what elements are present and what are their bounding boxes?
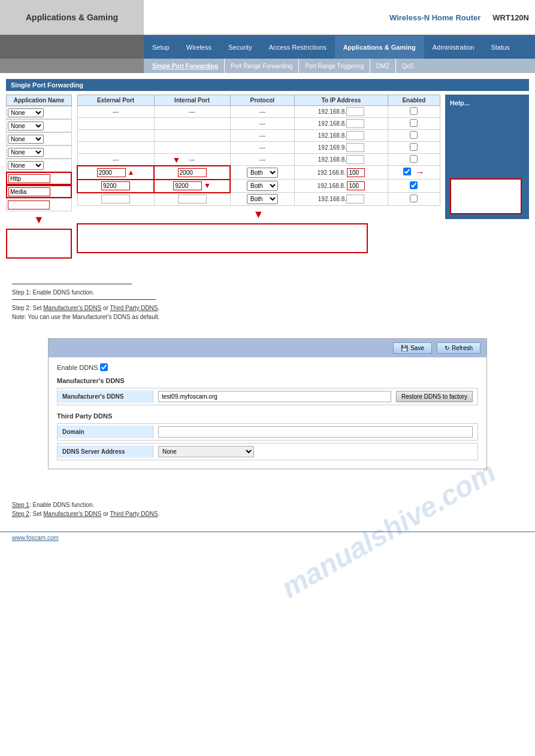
ext-port-media[interactable]: [101, 181, 130, 190]
table-area: Application Name None None None None: [6, 95, 529, 260]
section-title: Single Port Forwarding: [6, 79, 529, 91]
enabled-media[interactable]: [410, 181, 418, 189]
app-select-2[interactable]: None: [8, 135, 44, 144]
help-panel: Help...: [445, 95, 529, 219]
bottom-text-area: Step 1: Enable DDNS function. Step 2: Se…: [0, 481, 535, 526]
subnav-qos[interactable]: QoS: [396, 59, 420, 73]
router-header: Applications & Gaming Wireless-N Home Ro…: [0, 0, 535, 36]
enabled-http[interactable]: [403, 168, 411, 175]
nav-item-appsgaming[interactable]: Applications & Gaming: [335, 36, 424, 59]
table-row: --- --- --- 192.168.8.: [77, 106, 440, 118]
callout-box-table: [77, 223, 368, 253]
model-name: WRT120N: [492, 13, 529, 22]
server-value: None: [153, 444, 477, 460]
int-port-media[interactable]: [173, 181, 202, 190]
nav-item-status[interactable]: Status: [482, 36, 518, 59]
save-button[interactable]: 💾 Save: [393, 342, 432, 354]
table-row: --- --- ▼ --- 192.168.8.: [77, 154, 440, 166]
divider-line-1: [12, 284, 132, 284]
enabled-1[interactable]: [410, 119, 418, 127]
col-protocol: Protocol: [230, 95, 295, 106]
ip-last-8[interactable]: [346, 195, 364, 204]
nav-spacer: [0, 36, 144, 59]
enabled-4[interactable]: [410, 155, 418, 163]
ip-last-2[interactable]: [346, 131, 364, 140]
subnav-dmz[interactable]: DMZ: [370, 59, 396, 73]
ip-last-media[interactable]: [347, 181, 365, 190]
down-arrow-table: ▼: [77, 206, 440, 223]
bottom-line-1: Step 1: Enable DDNS function.: [12, 502, 523, 508]
nav-item-setup[interactable]: Setup: [144, 36, 178, 59]
col-enabled: Enabled: [388, 95, 440, 106]
brand-text: Applications & Gaming: [26, 12, 118, 23]
app-select-4[interactable]: None: [8, 161, 44, 170]
nav-item-admin[interactable]: Administration: [424, 36, 483, 59]
app-input-http[interactable]: [8, 174, 50, 183]
ext-port-8[interactable]: [101, 195, 130, 204]
domain-input[interactable]: [158, 426, 473, 438]
domain-label: Domain: [58, 426, 153, 438]
protocol-http[interactable]: Both TCP UDP: [247, 168, 278, 178]
table-row: --- 192.168.8.: [77, 118, 440, 130]
protocol-media[interactable]: Both TCP UDP: [247, 181, 278, 191]
domain-value: [153, 424, 477, 440]
enable-ddns-label: Enable DDNS: [57, 364, 98, 371]
restore-ddns-button[interactable]: Restore DDNS to factory: [396, 391, 473, 402]
table-row: --- 192.169.9.: [77, 142, 440, 154]
domain-row: Domain: [57, 423, 478, 441]
server-label: DDNS Server Address: [58, 445, 153, 458]
nav-bar: Setup Wireless Security Access Restricti…: [0, 36, 535, 59]
server-row: DDNS Server Address None: [57, 443, 478, 460]
nav-item-wireless[interactable]: Wireless: [178, 36, 220, 59]
subnav-range-forwarding[interactable]: Port Range Forwarding: [225, 59, 299, 73]
app-input-8[interactable]: [8, 201, 50, 210]
refresh-button[interactable]: ↻ Refresh: [437, 342, 480, 354]
save-icon: 💾: [401, 345, 408, 351]
int-port-http[interactable]: [178, 168, 207, 177]
col-int-port: Internal Port: [154, 95, 230, 106]
page-footer: www.foscam.com: [0, 532, 535, 544]
table-row-media: ▼ Both TCP UDP 192.168.8.: [77, 180, 440, 193]
ip-last-4[interactable]: [346, 155, 364, 164]
brand-area: Applications & Gaming: [0, 0, 144, 35]
ext-port-http[interactable]: [97, 168, 126, 177]
table-row: --- 192.168.8.: [77, 130, 440, 142]
manufacturers-ddns-group-title: Manufacturer's DDNS: [57, 377, 478, 384]
enabled-0[interactable]: [410, 107, 418, 115]
app-select-3[interactable]: None: [8, 148, 44, 157]
third-party-section: Third Party DDNS Domain DDNS Server Addr…: [57, 412, 478, 460]
app-name-column: Application Name None None None None: [6, 95, 72, 260]
ddns-toolbar: 💾 Save ↻ Refresh: [49, 339, 486, 357]
server-select[interactable]: None: [158, 446, 254, 457]
subnav-range-triggering[interactable]: Port Range Triggering: [299, 59, 370, 73]
manufacturers-ddns-label: Manufacturer's DDNS: [58, 390, 153, 403]
nav-item-security[interactable]: Security: [220, 36, 261, 59]
enabled-2[interactable]: [410, 131, 418, 139]
help-title: Help...: [450, 99, 470, 107]
step2-text: Step 2: Set Manufacturer's DDNS or Third…: [12, 305, 523, 311]
annotation-area: Step 1: Enable DDNS function. Step 2: Se…: [0, 266, 535, 326]
divider-line-2: [12, 299, 156, 300]
ip-last-0[interactable]: [346, 107, 364, 116]
manufacturers-ddns-value: Restore DDNS to factory: [153, 388, 477, 405]
manufacturers-ddns-input[interactable]: [158, 391, 391, 402]
nav-item-access[interactable]: Access Restrictions: [261, 36, 335, 59]
enabled-8[interactable]: [410, 195, 418, 202]
enable-ddns-checkbox[interactable]: [100, 363, 108, 371]
table-row: Both TCP UDP 192.168.8.: [77, 193, 440, 206]
table-row-http: ▲ Both TCP UDP: [77, 166, 440, 180]
protocol-8[interactable]: Both TCP UDP: [247, 194, 278, 204]
subnav-single-port[interactable]: Single Port Forwarding: [146, 59, 225, 73]
arrow-right-icon: →: [415, 167, 425, 177]
manufacturers-ddns-row: Manufacturer's DDNS Restore DDNS to fact…: [57, 388, 478, 405]
app-select-1[interactable]: None: [8, 122, 44, 130]
footer-link[interactable]: www.foscam.com: [12, 535, 59, 541]
enabled-3[interactable]: [410, 143, 418, 151]
int-port-8[interactable]: [178, 195, 207, 204]
ip-last-http[interactable]: [347, 168, 365, 177]
product-name: Wireless-N Home Router: [389, 13, 480, 22]
app-select-0[interactable]: None: [8, 108, 44, 117]
ip-last-3[interactable]: [346, 143, 364, 152]
app-input-media[interactable]: [8, 187, 50, 196]
ip-last-1[interactable]: [346, 119, 364, 128]
